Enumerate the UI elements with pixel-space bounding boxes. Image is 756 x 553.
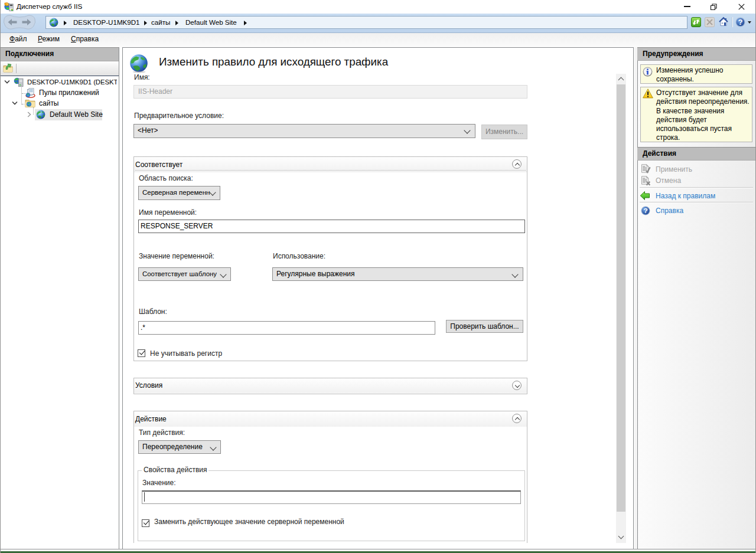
- svg-text:?: ?: [643, 207, 647, 214]
- svg-text:?: ?: [738, 18, 743, 27]
